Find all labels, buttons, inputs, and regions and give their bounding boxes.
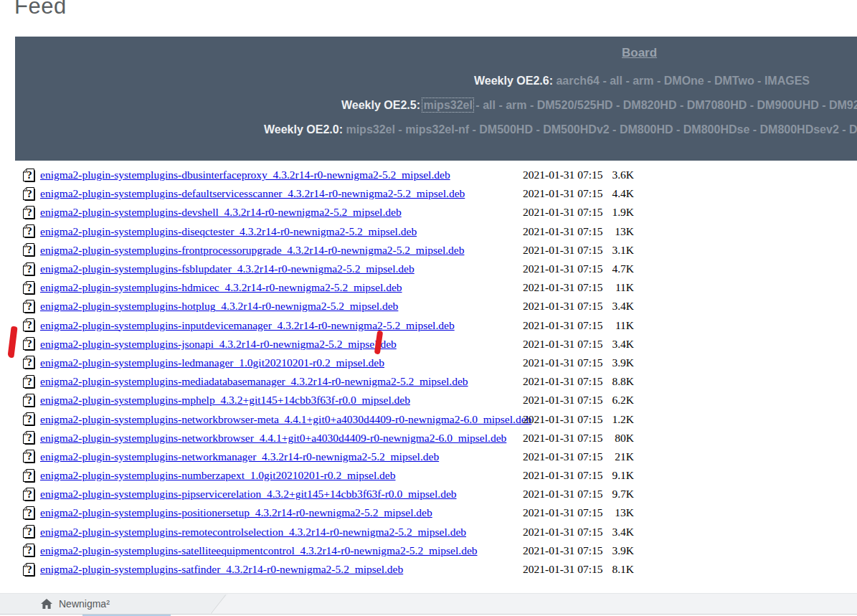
file-date: 2021-01-31 07:15	[523, 319, 610, 332]
file-link[interactable]: enigma2-plugin-systemplugins-satelliteeq…	[40, 544, 478, 556]
page: { "page": { "title": "Feed" }, "header":…	[0, 0, 857, 616]
header-link-dmtwo[interactable]: DMTwo	[714, 75, 754, 87]
file-link[interactable]: enigma2-plugin-systemplugins-mphelp_4.3.…	[40, 394, 410, 406]
file-date: 2021-01-31 07:15	[523, 225, 610, 238]
unknown-file-question-icon: ?	[23, 375, 35, 389]
file-link[interactable]: enigma2-plugin-systemplugins-networkmana…	[40, 450, 439, 463]
header-link-dmone[interactable]: DMOne	[664, 75, 704, 87]
link-separator: -	[747, 99, 757, 111]
svg-text:?: ?	[27, 244, 32, 255]
file-size: 80K	[610, 432, 634, 445]
file-row: ?enigma2-plugin-systemplugins-positioner…	[23, 503, 634, 522]
file-size: 4.4K	[610, 187, 634, 200]
header-link-dm800hd[interactable]: DM800HD	[620, 123, 673, 136]
header-link-dm520/525hd[interactable]: DM520/525HD	[537, 99, 613, 111]
file-link[interactable]: enigma2-plugin-systemplugins-networkbrow…	[40, 413, 531, 425]
unknown-file-question-icon: ?	[23, 243, 35, 257]
file-link[interactable]: enigma2-plugin-systemplugins-ledmanager_…	[40, 356, 384, 369]
file-link[interactable]: enigma2-plugin-systemplugins-diseqcteste…	[40, 225, 417, 237]
file-link[interactable]: enigma2-plugin-systemplugins-frontproces…	[40, 244, 464, 256]
file-date: 2021-01-31 07:15	[523, 300, 610, 313]
link-separator: -	[839, 123, 849, 136]
header-link-mips32el[interactable]: mips32el	[346, 123, 394, 136]
file-link[interactable]: enigma2-plugin-systemplugins-hotplug_4.3…	[40, 300, 398, 312]
file-size: 13K	[610, 225, 634, 238]
file-date: 2021-01-31 07:15	[523, 563, 610, 576]
file-link[interactable]: enigma2-plugin-systemplugins-numberzapex…	[40, 469, 396, 481]
file-size: 21K	[610, 450, 634, 463]
file-row: ?enigma2-plugin-systemplugins-numberzape…	[23, 466, 634, 485]
header-link-aarch64[interactable]: aarch64	[556, 75, 600, 87]
svg-text:?: ?	[27, 356, 32, 368]
file-date: 2021-01-31 07:15	[523, 356, 610, 369]
file-link[interactable]: enigma2-plugin-systemplugins-fsblupdater…	[40, 262, 415, 275]
header-link-all[interactable]: all	[483, 99, 496, 111]
file-row: ?enigma2-plugin-systemplugins-inputdevic…	[23, 316, 634, 335]
link-separator: -	[673, 123, 683, 136]
file-row: ?enigma2-plugin-systemplugins-pipservice…	[23, 485, 634, 503]
file-name-cell: enigma2-plugin-systemplugins-devshell_4.…	[40, 206, 523, 219]
file-link[interactable]: enigma2-plugin-systemplugins-devshell_4.…	[40, 206, 402, 218]
header-link-dm920uhd[interactable]: DM920UHD	[829, 99, 857, 111]
unknown-file-question-icon: ?	[23, 262, 35, 276]
header-link-arm[interactable]: arm	[506, 99, 526, 111]
svg-text:?: ?	[27, 413, 32, 425]
file-link[interactable]: enigma2-plugin-systemplugins-pipservicer…	[40, 488, 457, 500]
svg-text:?: ?	[27, 207, 32, 218]
file-date: 2021-01-31 07:15	[523, 488, 610, 501]
header-link-dm500hd[interactable]: DM500HD	[479, 123, 533, 136]
file-link[interactable]: enigma2-plugin-systemplugins-jsonapi_4.3…	[40, 338, 397, 350]
header-link-dm800hdsev2[interactable]: DM800HDsev2	[760, 123, 839, 136]
header-link-arm[interactable]: arm	[633, 75, 653, 87]
file-name-cell: enigma2-plugin-systemplugins-mediadataba…	[40, 375, 523, 388]
file-row: ?enigma2-plugin-systemplugins-devshell_4…	[23, 203, 634, 222]
file-date: 2021-01-31 07:15	[523, 450, 610, 463]
link-separator: -	[527, 99, 537, 111]
header-link-dm8000[interactable]: DM8000	[849, 123, 857, 136]
file-link[interactable]: enigma2-plugin-systemplugins-inputdevice…	[40, 319, 455, 331]
file-link[interactable]: enigma2-plugin-systemplugins-positioners…	[40, 506, 432, 518]
file-row: ?enigma2-plugin-systemplugins-hotplug_4.…	[23, 297, 634, 316]
file-link[interactable]: enigma2-plugin-systemplugins-hdmicec_4.3…	[40, 281, 402, 293]
unknown-file-question-icon: ?	[23, 506, 35, 520]
header-link-all[interactable]: all	[610, 75, 622, 87]
unknown-file-question-icon: ?	[23, 224, 35, 238]
unknown-file-question-icon: ?	[23, 412, 35, 426]
file-size: 1.2K	[610, 413, 634, 426]
file-name-cell: enigma2-plugin-systemplugins-defaultserv…	[40, 187, 523, 200]
unknown-file-question-icon: ?	[23, 394, 35, 407]
header-link-dm500hdv2[interactable]: DM500HDv2	[543, 123, 609, 136]
svg-text:?: ?	[27, 432, 32, 443]
file-size: 1.9K	[610, 206, 634, 219]
file-link[interactable]: enigma2-plugin-systemplugins-networkbrow…	[40, 432, 506, 444]
file-link[interactable]: enigma2-plugin-systemplugins-satfinder_4…	[40, 563, 403, 575]
file-link[interactable]: enigma2-plugin-systemplugins-dbusinterfa…	[40, 169, 450, 181]
svg-text:?: ?	[27, 564, 32, 575]
unknown-file-question-icon: ?	[23, 488, 35, 501]
file-link[interactable]: enigma2-plugin-systemplugins-mediadataba…	[40, 375, 468, 387]
file-name-cell: enigma2-plugin-systemplugins-networkbrow…	[40, 432, 523, 445]
file-link[interactable]: enigma2-plugin-systemplugins-remotecontr…	[40, 526, 466, 538]
svg-text:?: ?	[27, 263, 32, 275]
file-row: ?enigma2-plugin-systemplugins-networkman…	[23, 447, 634, 466]
link-separator: -	[819, 99, 829, 111]
file-size: 9.7K	[610, 488, 634, 501]
header-link-dm820hd[interactable]: DM820HD	[623, 99, 677, 111]
header-link-mips32el[interactable]: mips32el	[423, 99, 472, 111]
file-name-cell: enigma2-plugin-systemplugins-networkmana…	[40, 450, 523, 463]
header-link-dm900uhd[interactable]: DM900UHD	[757, 99, 819, 111]
footer-tab-newnigma[interactable]: Newnigma²	[0, 594, 228, 614]
header-link-dm7080hd[interactable]: DM7080HD	[687, 99, 747, 111]
file-size: 4.7K	[610, 262, 634, 275]
header-link-mips32el-nf[interactable]: mips32el-nf	[405, 123, 469, 136]
weekly-row-label: Weekly OE2.0:	[264, 123, 343, 136]
board-link[interactable]: Board	[622, 46, 657, 60]
file-link[interactable]: enigma2-plugin-systemplugins-defaultserv…	[40, 187, 465, 199]
link-separator: -	[600, 75, 610, 87]
header-link-images[interactable]: IMAGES	[764, 75, 810, 87]
file-size: 11K	[610, 281, 634, 294]
weekly-row-oe2.0: Weekly OE2.0: mips32el - mips32el-nf - D…	[264, 123, 857, 137]
file-row: ?enigma2-plugin-systemplugins-diseqctest…	[23, 222, 634, 241]
file-row: ?enigma2-plugin-systemplugins-frontproce…	[23, 241, 634, 260]
header-link-dm800hdse[interactable]: DM800HDse	[683, 123, 749, 136]
